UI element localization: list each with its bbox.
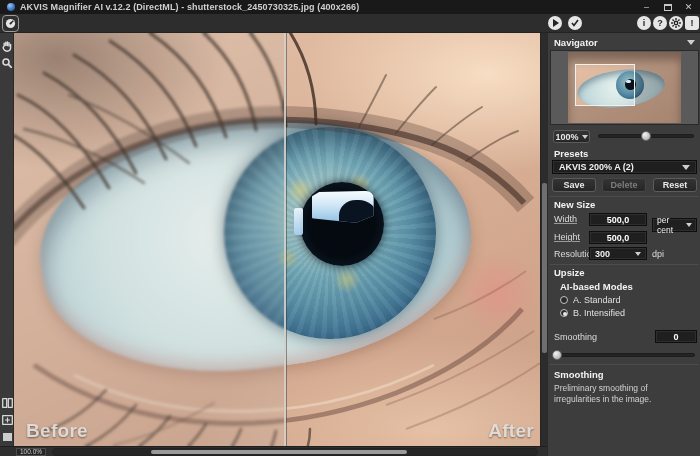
before-label: Before <box>26 420 88 442</box>
section-divider <box>550 196 699 197</box>
radio-unselected-icon <box>560 296 568 304</box>
unit-dropdown[interactable]: per cent <box>652 218 697 232</box>
chevron-down-icon <box>635 252 641 256</box>
gauge-icon <box>5 18 16 29</box>
presets-title: Presets <box>554 148 588 159</box>
smoothing-slider-thumb[interactable] <box>552 350 562 360</box>
horizontal-scrollbar[interactable] <box>52 448 538 456</box>
check-icon <box>571 19 579 27</box>
tool-strip <box>0 33 14 446</box>
help-icon: ? <box>657 19 663 28</box>
play-icon <box>553 19 559 27</box>
mode-intensified-label: B. Intensified <box>573 308 625 318</box>
settings-panel: Navigator 100% Presets AKVIS 200% A (2) … <box>547 33 700 456</box>
help-button[interactable]: ? <box>653 16 667 30</box>
reset-button[interactable]: Reset <box>653 178 697 192</box>
swap-panes-icon <box>2 415 13 425</box>
resolution-unit: dpi <box>652 249 664 259</box>
title-bar: AKVIS Magnifier AI v.12.2 (DirectML) - s… <box>0 0 700 14</box>
upsize-title: Upsize <box>554 267 585 278</box>
run-button[interactable] <box>548 16 562 30</box>
hint-text: Preliminary smoothing of irregularities … <box>554 383 695 404</box>
zoom-level-value: 100% <box>555 132 578 142</box>
section-divider <box>550 264 699 265</box>
close-button[interactable]: ✕ <box>681 1 696 13</box>
single-view-button[interactable] <box>1 431 13 443</box>
delete-button[interactable]: Delete <box>602 178 646 192</box>
height-label[interactable]: Height <box>554 232 580 242</box>
chevron-down-icon <box>682 165 690 170</box>
zoom-level-dropdown[interactable]: 100% <box>553 130 590 143</box>
after-label: After <box>488 420 534 442</box>
navigator-header[interactable]: Navigator <box>548 36 700 49</box>
navigator-collapse-icon <box>687 40 695 45</box>
navigator-thumbnail[interactable] <box>550 50 699 125</box>
mode-standard-option[interactable]: A. Standard <box>560 295 621 305</box>
new-size-title: New Size <box>554 199 595 210</box>
section-divider <box>550 364 699 365</box>
quick-mode-button[interactable] <box>2 15 19 32</box>
feedback-icon: ! <box>691 18 694 28</box>
zoom-slider-thumb[interactable] <box>641 131 651 141</box>
preset-buttons-row: Save Delete Reset <box>548 178 700 193</box>
magnifier-icon <box>2 58 12 68</box>
photo-eye: Before After <box>14 33 540 446</box>
resolution-value: 300 <box>595 249 610 259</box>
preset-selected-value: AKVIS 200% A (2) <box>559 162 634 172</box>
zoom-readout: 100.0% <box>16 448 46 456</box>
before-region <box>14 33 284 446</box>
smoothing-value-input[interactable]: 0 <box>655 330 697 343</box>
preset-dropdown[interactable]: AKVIS 200% A (2) <box>552 160 697 174</box>
horizontal-scrollbar-thumb[interactable] <box>151 450 407 454</box>
main-toolbar: i ? ! <box>0 14 700 33</box>
settings-button[interactable] <box>669 16 683 30</box>
split-panes-icon <box>2 398 13 408</box>
zoom-tool-button[interactable] <box>1 57 13 69</box>
info-icon: i <box>643 19 646 28</box>
navigator-viewport-frame[interactable] <box>575 64 635 106</box>
window-title: AKVIS Magnifier AI v.12.2 (DirectML) - s… <box>20 2 359 12</box>
width-input[interactable]: 500,0 <box>589 213 647 226</box>
save-button[interactable]: Save <box>552 178 596 192</box>
maximize-icon <box>664 4 672 11</box>
smoothing-label: Smoothing <box>554 332 597 342</box>
navigator-title: Navigator <box>554 37 598 48</box>
info-button[interactable]: i <box>637 16 651 30</box>
hand-tool-button[interactable] <box>1 40 13 52</box>
hint-title: Smoothing <box>554 369 604 380</box>
chevron-down-icon <box>582 135 588 139</box>
feedback-button[interactable]: ! <box>685 16 699 30</box>
swap-view-button[interactable] <box>1 414 13 426</box>
ai-modes-label: AI-based Modes <box>560 281 633 292</box>
hand-icon <box>2 41 12 52</box>
width-label[interactable]: Width <box>554 214 577 224</box>
app-icon <box>7 3 15 11</box>
split-view-button[interactable] <box>1 397 13 409</box>
smoothing-slider-track[interactable] <box>554 353 695 357</box>
minimize-icon: – <box>644 3 649 12</box>
apply-button[interactable] <box>568 16 582 30</box>
split-divider[interactable] <box>284 33 286 446</box>
maximize-button[interactable] <box>660 1 675 13</box>
gear-icon <box>671 18 681 28</box>
single-pane-icon <box>2 432 13 442</box>
mode-intensified-option[interactable]: B. Intensified <box>560 308 625 318</box>
chevron-down-icon <box>686 223 692 227</box>
vertical-scrollbar[interactable] <box>540 33 547 446</box>
navigator-zoom-row: 100% <box>548 129 700 145</box>
close-icon: ✕ <box>685 3 693 12</box>
height-input[interactable]: 500,0 <box>589 231 647 244</box>
minimize-button[interactable]: – <box>639 1 654 13</box>
radio-selected-icon <box>560 309 568 317</box>
mode-standard-label: A. Standard <box>573 295 621 305</box>
image-canvas[interactable]: Before After <box>14 33 540 446</box>
unit-value: per cent <box>657 215 686 235</box>
resolution-dropdown[interactable]: 300 <box>589 247 647 260</box>
